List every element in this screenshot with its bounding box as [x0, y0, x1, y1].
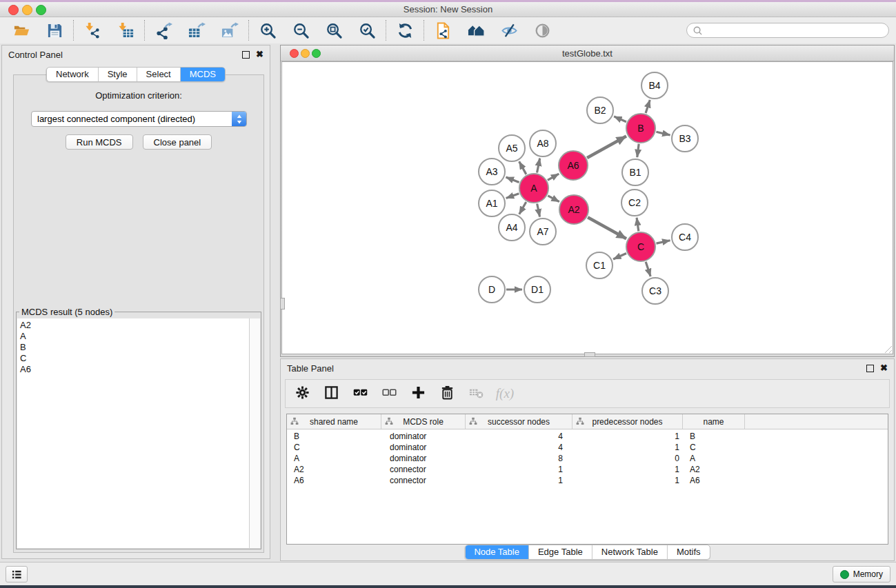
table-cell-filler — [745, 431, 888, 442]
select-all-button[interactable] — [350, 383, 370, 404]
graph-node-label: A1 — [486, 198, 497, 209]
float-panel-icon[interactable] — [242, 51, 250, 59]
zoom-fit-button[interactable] — [321, 19, 346, 41]
table-row[interactable]: Bdominator41B — [287, 431, 888, 442]
column-header-name[interactable]: name — [683, 414, 745, 429]
table-cell: 1 — [573, 464, 683, 475]
result-scrollbar[interactable] — [250, 318, 260, 548]
table-row[interactable]: Cdominator41C — [287, 442, 888, 453]
table-panel-header: Table Panel ✖ — [281, 359, 894, 377]
table-cell-filler — [745, 453, 888, 464]
import-network-button[interactable] — [80, 19, 105, 41]
zoom-selected-button[interactable] — [355, 19, 379, 41]
graph-edge-A-A3[interactable] — [506, 177, 519, 183]
table-cell-filler — [745, 475, 888, 486]
column-header-predecessor-nodes[interactable]: predecessor nodes — [573, 414, 683, 429]
save-button[interactable] — [42, 19, 67, 41]
split-panel-button[interactable] — [321, 383, 341, 404]
graph-edge-A2-C[interactable] — [588, 217, 626, 239]
show-panel-button[interactable] — [530, 19, 555, 41]
add-column-button[interactable] — [408, 383, 428, 404]
panel-list-button[interactable] — [6, 566, 28, 582]
table-cell-filler — [745, 442, 888, 453]
refresh-button[interactable] — [392, 19, 417, 41]
tab-mcds[interactable]: MCDS — [181, 68, 225, 81]
graph-edge-A-A6[interactable] — [548, 174, 559, 180]
deselect-all-button[interactable] — [379, 383, 399, 404]
tab-node-table[interactable]: Node Table — [465, 545, 529, 559]
home-button[interactable] — [464, 19, 488, 41]
settings-button[interactable] — [292, 383, 312, 404]
column-header-successor-nodes[interactable]: successor nodes — [466, 414, 573, 429]
graph-edge-B-B3[interactable] — [656, 132, 670, 135]
tab-select[interactable]: Select — [137, 68, 181, 81]
graph-edge-B-B2[interactable] — [614, 116, 626, 122]
graph-node-label: A2 — [568, 204, 579, 215]
result-item[interactable]: A6 — [20, 364, 249, 375]
export-image-icon — [221, 22, 239, 39]
hide-panels-button[interactable] — [497, 19, 521, 41]
network-canvas[interactable]: B4B2BB3A8A5A6A3B1AA1C2A2A4A7C4CC1C3DD1 — [281, 61, 893, 354]
graph-edge-A-A5[interactable] — [519, 161, 526, 174]
tab-network[interactable]: Network — [47, 68, 99, 81]
result-item[interactable]: B — [20, 342, 249, 353]
result-item[interactable]: C — [20, 353, 249, 364]
control-panel-header: Control Panel ✖ — [2, 45, 270, 63]
column-header-shared-name[interactable]: shared name — [287, 414, 381, 429]
control-panel: Control Panel ✖ NetworkStyleSelectMCDS O… — [1, 45, 270, 559]
export-network-button[interactable] — [151, 19, 176, 41]
zoom-in-button[interactable] — [255, 19, 280, 41]
home-icon — [468, 22, 485, 39]
network-file-button[interactable] — [430, 19, 455, 41]
column-header-label: shared name — [310, 417, 358, 427]
node-table-body: Bdominator41BCdominator41CAdominator80AA… — [287, 431, 888, 486]
table-row[interactable]: Adominator80A — [287, 453, 888, 464]
delete-column-button[interactable] — [437, 383, 457, 404]
splitter-grip[interactable] — [584, 352, 595, 357]
list-icon — [11, 569, 23, 580]
table-panel: Table Panel ✖ f(x) shared nameMCDS roles… — [280, 358, 895, 561]
table-row[interactable]: A2connector11A2 — [287, 464, 888, 475]
criterion-dropdown[interactable]: largest connected component (directed) — [31, 111, 247, 127]
zoom-out-button[interactable] — [288, 19, 313, 41]
table-cell: dominator — [381, 431, 466, 442]
search-box[interactable] — [686, 23, 889, 38]
table-panel-tabs: Node TableEdge TableNetwork TableMotifs — [464, 545, 710, 560]
column-header-mcds-role[interactable]: MCDS role — [381, 414, 466, 429]
close-panel-button[interactable]: Close panel — [143, 134, 212, 150]
toolbar-group — [424, 19, 561, 41]
mcds-result-list[interactable]: A2ABCA6 — [17, 318, 250, 548]
export-table-button[interactable] — [184, 19, 209, 41]
export-image-button[interactable] — [217, 19, 242, 41]
result-item[interactable]: A — [20, 331, 249, 342]
import-table-button[interactable] — [113, 19, 138, 41]
graph-edge-C-C1[interactable] — [613, 253, 626, 259]
tab-network-table[interactable]: Network Table — [593, 545, 668, 559]
graph-edge-A-A2[interactable] — [548, 196, 559, 202]
memory-button[interactable]: Memory — [833, 566, 890, 582]
search-input[interactable] — [703, 23, 888, 37]
tab-motifs[interactable]: Motifs — [668, 545, 710, 559]
graph-edge-B-B4[interactable] — [646, 100, 650, 113]
graph-edge-A6-B[interactable] — [587, 136, 626, 158]
graph-edge-C-C3[interactable] — [646, 262, 650, 276]
export-network-icon — [155, 22, 172, 39]
tab-edge-table[interactable]: Edge Table — [529, 545, 593, 559]
graph-edge-C-C2[interactable] — [637, 218, 639, 231]
graph-edge-C-C4[interactable] — [656, 241, 670, 243]
open-file-button[interactable] — [9, 19, 34, 41]
graph-edge-A-A7[interactable] — [537, 204, 540, 217]
tab-style[interactable]: Style — [99, 68, 137, 81]
graph-edge-A-A4[interactable] — [519, 202, 526, 214]
splitter-grip[interactable] — [280, 298, 285, 310]
close-panel-icon[interactable]: ✖ — [880, 365, 888, 372]
table-row[interactable]: A6connector11A6 — [287, 475, 888, 486]
graph-node-label: B2 — [594, 105, 606, 116]
result-item[interactable]: A2 — [20, 320, 249, 331]
float-panel-icon[interactable] — [866, 365, 874, 372]
run-mcds-button[interactable]: Run MCDS — [66, 134, 133, 150]
graph-edge-A-A8[interactable] — [537, 159, 540, 173]
graph-edge-A-A1[interactable] — [506, 194, 519, 199]
graph-edge-B-B1[interactable] — [637, 144, 639, 157]
close-panel-icon[interactable]: ✖ — [256, 51, 263, 58]
